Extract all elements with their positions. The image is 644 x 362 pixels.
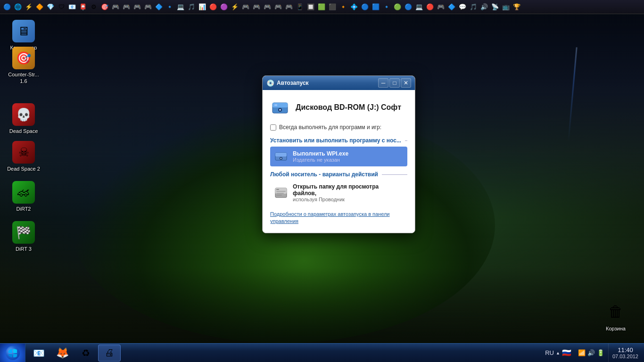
top-icon-1[interactable]: 🔵 [2,2,12,12]
always-run-checkbox[interactable] [270,124,276,131]
desktop-icon-dirt2[interactable]: 🏎 DiRT2 [5,179,42,214]
desktop-icon-counter-strike[interactable]: 🎯 Counter-Str... 1.6 [5,45,42,87]
svg-rect-14 [276,195,282,196]
top-icon-37[interactable]: 🟢 [392,2,403,12]
top-icon-46[interactable]: 📡 [490,2,500,12]
action-open-folder[interactable]: Открыть папку для просмотра файлов, испо… [270,181,407,205]
svg-rect-4 [274,104,277,106]
dialog-title-text: Автозапуск [277,80,378,86]
action1-icon [274,149,288,164]
top-icon-29[interactable]: 🔲 [305,2,316,12]
language-arrow: ▲ [556,351,560,355]
top-icon-7[interactable]: 📧 [67,2,77,12]
action-run-wpi[interactable]: Выполнить WPI.exe Издатель не указан [270,147,407,166]
language-indicator[interactable]: RU ▲ 🇷🇺 [542,348,574,357]
flag-icon: 🇷🇺 [562,348,571,357]
top-icon-24[interactable]: 🎮 [251,2,262,12]
section2-header: Любой носитель - варианты действий [270,171,407,178]
desktop-icon-dirt3[interactable]: 🏁 DiRT 3 [5,219,42,254]
desktop-icon-dead-space-2[interactable]: ☠ Dead Space 2 [5,139,42,174]
top-icon-34[interactable]: 🔵 [360,2,370,12]
top-icon-32[interactable]: 🔸 [338,2,348,12]
start-button[interactable] [0,344,25,362]
section1-header: Установить или выполнить программу с нос… [270,137,407,144]
top-icon-42[interactable]: 🔷 [446,2,457,12]
checkbox-label: Всегда выполнять для программ и игр: [279,124,381,131]
top-icon-31[interactable]: ⬛ [327,2,338,12]
taskbar-firefox[interactable]: 🦊 [51,345,74,362]
top-icon-25[interactable]: 🎮 [262,2,272,12]
desktop-icon-recycle-bin[interactable]: 🗑 Корзина [597,299,635,334]
top-icon-10[interactable]: 🎯 [99,2,110,12]
top-icon-6[interactable]: 🛡 [56,2,66,12]
svg-rect-12 [276,191,286,192]
action2-subtitle: используя Проводник [293,197,404,202]
top-icon-18[interactable]: 🎵 [186,2,197,12]
action1-text: Выполнить WPI.exe Издатель не указан [293,150,404,163]
top-icon-44[interactable]: 🎵 [468,2,479,12]
top-icon-2[interactable]: 🌐 [13,2,23,12]
close-button[interactable]: ✕ [401,78,411,88]
top-icon-21[interactable]: 🟣 [219,2,229,12]
action1-title: Выполнить WPI.exe [293,150,404,157]
top-icon-20[interactable]: 🔴 [208,2,218,12]
action2-title: Открыть папку для просмотра файлов, [293,183,404,197]
top-icon-30[interactable]: 🟩 [316,2,327,12]
dialog-title-icon: 💿 [266,79,274,87]
taskbar: 📧 🦊 ♻ 🖨 RU ▲ 🇷🇺 📶 🔊 🔋 11:40 07.03.2012 [0,343,644,362]
dialog-content: Дисковод BD-ROM (J:) Софт Всегда выполня… [263,90,415,233]
top-icon-8[interactable]: 📮 [78,2,88,12]
top-icon-12[interactable]: 🎮 [121,2,132,12]
top-icon-41[interactable]: 🎮 [436,2,446,12]
top-icon-36[interactable]: 🔹 [381,2,392,12]
svg-point-3 [279,109,281,111]
autorun-dialog: 💿 Автозапуск ─ □ ✕ Дисковод BD-ROM (J:) … [262,75,415,233]
top-icon-15[interactable]: 🔷 [154,2,164,12]
taskbar-email[interactable]: 📧 [27,345,50,362]
top-icon-17[interactable]: 💻 [175,2,186,12]
top-icon-26[interactable]: 🎮 [273,2,283,12]
top-icon-38[interactable]: 🔵 [403,2,413,12]
autorun-settings-link[interactable]: Подробности о параметрах автозапуска в п… [270,211,407,225]
titlebar-buttons: ─ □ ✕ [378,78,411,88]
top-icon-16[interactable]: 🔹 [165,2,175,12]
top-icon-33[interactable]: 💠 [349,2,359,12]
svg-rect-13 [276,193,284,194]
top-icon-22[interactable]: ⚡ [230,2,240,12]
taskbar-printer[interactable]: 🖨 [98,345,121,362]
tray-volume-icon[interactable]: 🔊 [587,349,595,356]
top-icon-40[interactable]: 🔴 [425,2,435,12]
top-icon-9[interactable]: ⚙ [89,2,99,12]
top-icon-5[interactable]: 💎 [45,2,56,12]
maximize-button[interactable]: □ [389,78,400,88]
top-icon-11[interactable]: 🎮 [110,2,121,12]
top-icon-47[interactable]: 📺 [501,2,511,12]
top-icon-35[interactable]: 🟦 [371,2,381,12]
top-icon-28[interactable]: 📱 [295,2,305,12]
system-tray: RU ▲ 🇷🇺 📶 🔊 🔋 11:40 07.03.2012 [542,344,644,362]
top-icon-14[interactable]: 🎮 [143,2,153,12]
top-icon-23[interactable]: 🎮 [240,2,251,12]
top-icon-48[interactable]: 🏆 [512,2,522,12]
taskbar-recycle[interactable]: ♻ [74,345,97,362]
top-icon-45[interactable]: 🔊 [479,2,489,12]
checkbox-row: Всегда выполнять для программ и игр: [270,124,407,131]
top-icon-27[interactable]: 🎮 [284,2,294,12]
top-icon-13[interactable]: 🎮 [132,2,142,12]
top-icon-3[interactable]: ⚡ [24,2,34,12]
top-icon-19[interactable]: 📊 [197,2,207,12]
action1-subtitle: Издатель не указан [293,157,404,163]
tray-network-icon[interactable]: 📶 [578,349,586,356]
tray-icons: 📶 🔊 🔋 [574,349,608,356]
tray-power-icon[interactable]: 🔋 [597,349,604,356]
minimize-button[interactable]: ─ [378,78,388,88]
desktop-icon-dead-space[interactable]: 💀 Dead Space [5,101,42,136]
top-icon-4[interactable]: 🔶 [34,2,45,12]
clock-time: 11:40 [618,346,633,354]
top-icon-43[interactable]: 💬 [457,2,468,12]
dialog-titlebar: 💿 Автозапуск ─ □ ✕ [263,76,415,90]
clock-date: 07.03.2012 [612,354,638,359]
clock-area[interactable]: 11:40 07.03.2012 [608,344,642,362]
top-icon-39[interactable]: 💻 [414,2,424,12]
action2-text: Открыть папку для просмотра файлов, испо… [293,183,404,202]
